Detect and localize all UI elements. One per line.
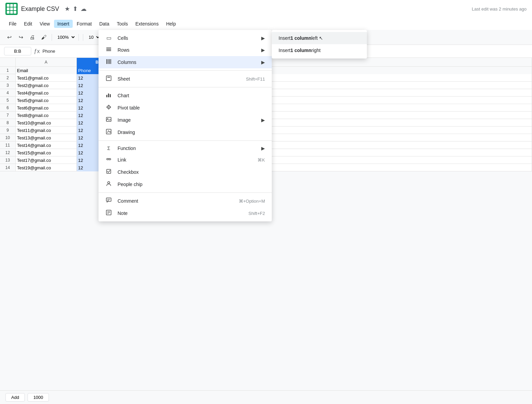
add-button[interactable]: Add xyxy=(5,393,25,402)
insert-column-right-button[interactable]: Insert 1 column right xyxy=(272,44,367,56)
document-title: Example CSV xyxy=(21,5,59,13)
menu-view[interactable]: View xyxy=(36,20,53,28)
svg-rect-3 xyxy=(106,59,107,64)
cell-a5[interactable]: Test5@gmail.co xyxy=(16,97,77,104)
cloud-icon[interactable]: ☁ xyxy=(81,5,87,13)
redo-button[interactable]: ↪ xyxy=(16,32,26,43)
menu-insert[interactable]: Insert xyxy=(54,20,73,28)
svg-rect-2 xyxy=(106,50,111,51)
menu-item-link[interactable]: Link ⌘K xyxy=(99,154,272,166)
svg-rect-4 xyxy=(108,59,108,64)
toolbar-separator-2 xyxy=(78,34,79,41)
menu-item-cells[interactable]: ▭ Cells ▶ xyxy=(99,32,272,44)
paint-format-button[interactable]: 🖌 xyxy=(39,32,49,43)
cell-a4[interactable]: Test4@gmail.co xyxy=(16,89,77,97)
function-arrow: ▶ xyxy=(261,146,265,151)
menu-item-image[interactable]: Image ▶ xyxy=(99,114,272,126)
star-icon[interactable]: ★ xyxy=(65,5,70,13)
menu-file[interactable]: File xyxy=(5,20,20,28)
row-number: 10 xyxy=(0,134,16,141)
menu-item-function[interactable]: Σ Function ▶ xyxy=(99,143,272,154)
cell-a13[interactable]: Test17@gmail.co xyxy=(16,156,77,164)
menu-item-people-chip[interactable]: People chip xyxy=(99,178,272,190)
checkbox-icon xyxy=(105,169,112,175)
menu-item-comment[interactable]: Comment ⌘+Option+M xyxy=(99,195,272,207)
cell-a12[interactable]: Test15@gmail.co xyxy=(16,149,77,156)
columns-arrow: ▶ xyxy=(261,60,265,65)
svg-rect-0 xyxy=(106,48,111,48)
menu-item-note[interactable]: Note Shift+F2 xyxy=(99,207,272,219)
menu-item-columns[interactable]: Columns ▶ xyxy=(99,56,272,68)
row-num-header xyxy=(0,58,16,66)
menu-item-pivot[interactable]: Pivot table xyxy=(99,102,272,114)
image-label: Image xyxy=(118,117,256,123)
menu-divider-2 xyxy=(99,87,272,87)
cells-label: Cells xyxy=(118,35,256,41)
cell-a7[interactable]: Test8@gmail.co xyxy=(16,112,77,119)
insert-menu: ▭ Cells ▶ Rows ▶ Columns ▶ Sheet Shift+F… xyxy=(99,30,272,221)
menu-edit[interactable]: Edit xyxy=(21,20,36,28)
cell-a11[interactable]: Test14@gmail.co xyxy=(16,141,77,149)
cell-a1[interactable]: Email xyxy=(16,67,77,74)
rows-label: Rows xyxy=(118,47,256,53)
title-bar: Example CSV ★ ⬆ ☁ Last edit was 2 minute… xyxy=(0,0,532,18)
cell-a2[interactable]: Test1@gmail.co xyxy=(16,74,77,82)
menu-extensions[interactable]: Extensions xyxy=(132,20,162,28)
link-icon xyxy=(105,156,112,163)
sheet-shortcut: Shift+F11 xyxy=(246,77,265,82)
cell-a10[interactable]: Test13@gmail.co xyxy=(16,134,77,141)
insert-column-right-label-bold: 1 column xyxy=(290,48,311,53)
menu-data[interactable]: Data xyxy=(96,20,113,28)
image-arrow: ▶ xyxy=(261,117,265,123)
cells-icon: ▭ xyxy=(105,35,112,41)
rows-icon xyxy=(105,47,112,53)
menu-item-rows[interactable]: Rows ▶ xyxy=(99,44,272,56)
cell-a14[interactable]: Test19@gmail.co xyxy=(16,164,77,171)
row-number: 3 xyxy=(0,82,16,89)
menu-format[interactable]: Format xyxy=(73,20,95,28)
bottom-bar: Add 1000 xyxy=(0,390,532,404)
row-number: 11 xyxy=(0,141,16,149)
chart-label: Chart xyxy=(118,93,265,98)
menu-tools[interactable]: Tools xyxy=(113,20,131,28)
menu-bar: File Edit View Insert Format Data Tools … xyxy=(0,18,532,30)
row-number: 14 xyxy=(0,164,16,171)
cell-a6[interactable]: Test6@gmail.co xyxy=(16,104,77,112)
note-shortcut: Shift+F2 xyxy=(248,211,265,216)
svg-rect-9 xyxy=(106,95,107,97)
comment-label: Comment xyxy=(118,198,233,204)
title-icons: ★ ⬆ ☁ xyxy=(65,5,87,13)
pivot-label: Pivot table xyxy=(118,105,265,111)
upload-icon[interactable]: ⬆ xyxy=(73,5,78,13)
columns-submenu: Insert 1 column left ↖ Insert 1 column r… xyxy=(272,30,367,58)
cell-a9[interactable]: Test11@gmail.co xyxy=(16,127,77,134)
menu-item-chart[interactable]: Chart xyxy=(99,89,272,102)
menu-item-checkbox[interactable]: Checkbox xyxy=(99,166,272,178)
svg-rect-11 xyxy=(110,94,111,97)
function-label: Function xyxy=(118,146,256,151)
undo-button[interactable]: ↩ xyxy=(4,32,14,43)
cell-a8[interactable]: Test10@gmail.co xyxy=(16,119,77,127)
toolbar-separator-1 xyxy=(52,34,52,41)
cell-reference-input[interactable] xyxy=(4,47,31,55)
svg-rect-6 xyxy=(110,59,111,64)
svg-rect-17 xyxy=(106,198,111,201)
row-number: 5 xyxy=(0,97,16,104)
menu-divider-3 xyxy=(99,140,272,141)
zoom-select[interactable]: 100% xyxy=(55,34,76,41)
menu-item-sheet[interactable]: Sheet Shift+F11 xyxy=(99,73,272,85)
col-header-a[interactable]: A xyxy=(16,58,77,67)
people-chip-icon xyxy=(105,181,112,188)
function-icon: Σ xyxy=(105,146,112,151)
insert-column-left-button[interactable]: Insert 1 column left ↖ xyxy=(272,32,367,44)
pivot-icon xyxy=(105,104,112,111)
menu-divider-1 xyxy=(99,70,272,71)
menu-item-drawing[interactable]: Drawing xyxy=(99,126,272,138)
row-number: 9 xyxy=(0,127,16,134)
print-button[interactable]: 🖨 xyxy=(27,32,37,43)
svg-rect-1 xyxy=(106,49,111,50)
cell-a3[interactable]: Test2@gmail.co xyxy=(16,82,77,89)
chart-icon xyxy=(105,92,112,99)
menu-help[interactable]: Help xyxy=(163,20,179,28)
svg-rect-8 xyxy=(107,77,110,78)
